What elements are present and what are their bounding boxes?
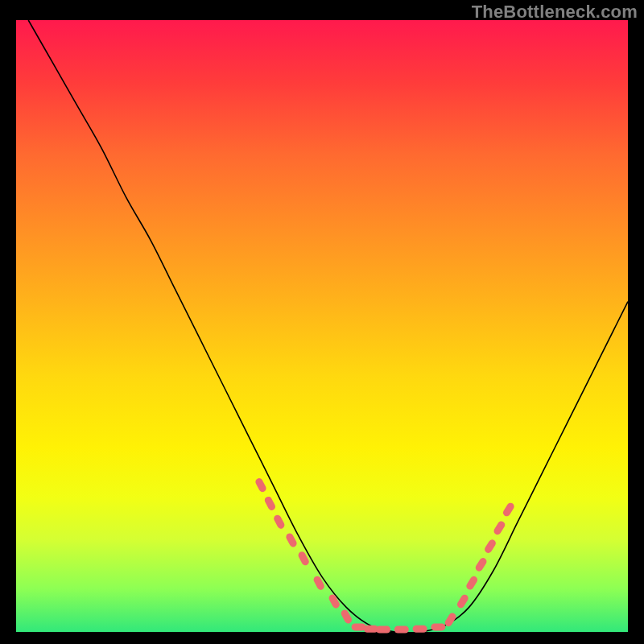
bead	[431, 623, 445, 630]
bead	[340, 609, 353, 625]
bead	[263, 495, 276, 511]
bead	[376, 625, 390, 633]
bead	[312, 575, 325, 591]
bead	[413, 625, 427, 633]
beads-right	[444, 502, 515, 628]
plot-area	[16, 20, 628, 632]
bead	[285, 532, 298, 548]
plot-svg	[16, 20, 628, 632]
beads-bottom	[352, 623, 446, 633]
beads-left	[254, 477, 353, 625]
bead	[483, 539, 497, 555]
chart-frame: TheBottleneck.com	[0, 0, 644, 644]
bead	[502, 502, 515, 518]
bead	[394, 625, 409, 633]
bead	[328, 593, 341, 609]
bottleneck-curve	[28, 20, 628, 633]
bead	[474, 556, 488, 572]
watermark-text: TheBottleneck.com	[472, 2, 638, 23]
bead	[465, 575, 479, 591]
bead	[273, 514, 286, 530]
bead	[456, 593, 469, 609]
bead	[254, 477, 267, 493]
bead	[493, 520, 506, 536]
